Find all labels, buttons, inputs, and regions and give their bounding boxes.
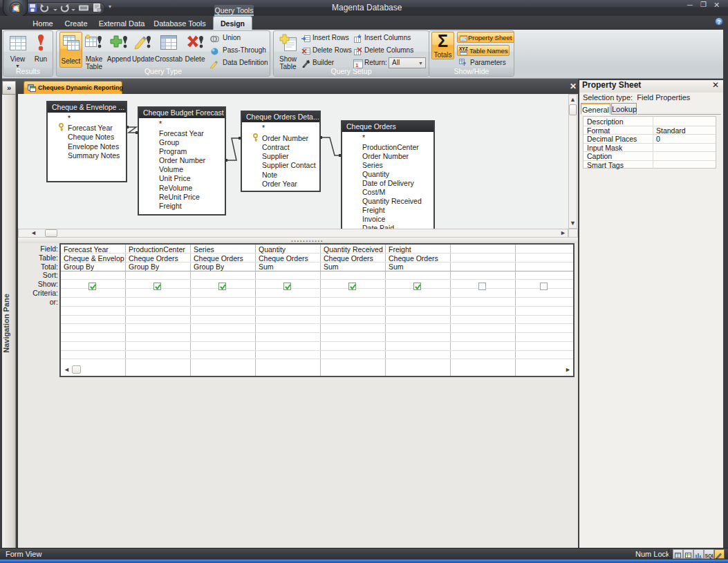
svg-text:1: 1 [355,62,359,68]
svg-text:SQL: SQL [705,553,714,559]
svg-text:XYZ: XYZ [459,46,468,51]
svg-text:?: ? [463,61,466,67]
